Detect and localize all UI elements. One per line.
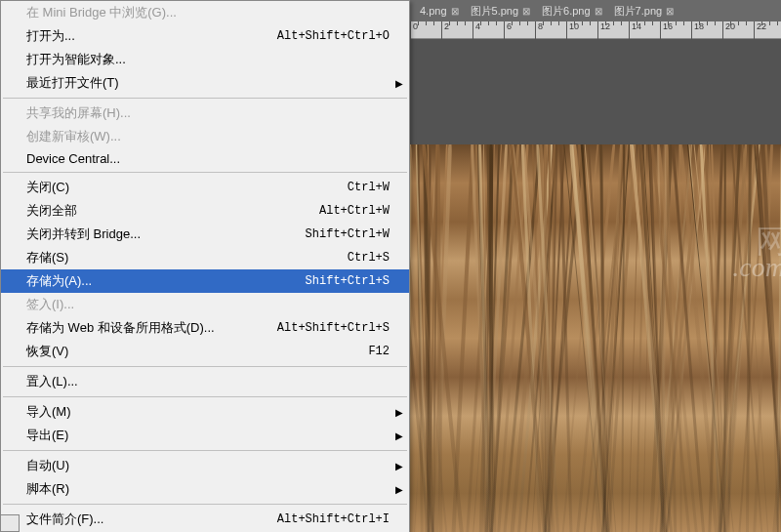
menu-item-shortcut: Shift+Ctrl+W <box>306 227 390 241</box>
menu-item-label: 打开为智能对象... <box>26 51 126 68</box>
menu-item[interactable]: 存储为(A)...Shift+Ctrl+S <box>1 269 409 293</box>
menu-item-label: 打开为... <box>26 27 75 45</box>
menu-item[interactable]: 打开为...Alt+Shift+Ctrl+O <box>1 24 409 48</box>
menu-item[interactable]: 置入(L)... <box>1 370 409 393</box>
menu-item-label: Device Central... <box>26 151 120 166</box>
submenu-arrow-icon: ▶ <box>395 484 403 495</box>
menu-separator <box>3 98 407 99</box>
ruler-tick: 2 <box>441 21 449 39</box>
document-tab[interactable]: 图片7.png⊠ <box>608 2 680 20</box>
menu-item-label: 存储(S) <box>26 249 68 266</box>
menu-item[interactable]: Device Central... <box>1 148 409 169</box>
menu-item[interactable]: 最近打开文件(T)▶ <box>1 71 409 95</box>
menu-item-shortcut: Alt+Shift+Ctrl+I <box>277 512 390 526</box>
menu-item-label: 导入(M) <box>26 403 71 421</box>
submenu-arrow-icon: ▶ <box>395 78 403 89</box>
menu-item: 创建新审核(W)... <box>1 125 409 148</box>
ruler-tick: 10 <box>566 21 579 39</box>
menu-item-label: 恢复(V) <box>26 343 68 360</box>
menu-item: 在 Mini Bridge 中浏览(G)... <box>1 1 409 24</box>
menu-item[interactable]: 恢复(V)F12 <box>1 340 409 363</box>
ruler-tick: 20 <box>722 21 735 39</box>
menu-item: 共享我的屏幕(H)... <box>1 102 409 125</box>
menu-item[interactable]: 存储(S)Ctrl+S <box>1 246 409 269</box>
menu-item[interactable]: 打开为智能对象... <box>1 48 409 71</box>
menu-item-label: 存储为 Web 和设备所用格式(D)... <box>26 319 215 337</box>
menu-item-shortcut: Alt+Shift+Ctrl+S <box>277 321 390 335</box>
menu-item[interactable]: 关闭并转到 Bridge...Shift+Ctrl+W <box>1 223 409 246</box>
menu-item-label: 最近打开文件(T) <box>26 74 119 92</box>
watermark-en: .com <box>732 252 781 283</box>
menu-item-label: 文件简介(F)... <box>26 511 103 528</box>
menu-item[interactable]: 存储为 Web 和设备所用格式(D)...Alt+Shift+Ctrl+S <box>1 316 409 340</box>
menu-separator <box>3 172 407 173</box>
menu-item-shortcut: F12 <box>368 345 390 358</box>
document-tab[interactable]: 4.png⊠ <box>414 3 465 19</box>
menu-item: 签入(I)... <box>1 293 409 316</box>
menu-item[interactable]: 导入(M)▶ <box>1 400 409 424</box>
menu-separator <box>3 396 407 397</box>
ruler-tick: 6 <box>504 21 512 39</box>
ruler-tick: 0 <box>410 21 418 39</box>
canvas-area: 4.png⊠图片5.png⊠图片6.png⊠图片7.png⊠ 024681012… <box>410 0 781 532</box>
document-tab[interactable]: 图片5.png⊠ <box>465 2 537 20</box>
menu-item-shortcut: Ctrl+W <box>348 181 390 194</box>
ruler-tick: 16 <box>660 21 673 39</box>
menu-item-label: 自动(U) <box>26 457 69 474</box>
menu-item-label: 关闭(C) <box>26 179 69 196</box>
ruler-tick: 18 <box>691 21 704 39</box>
menu-item-label: 置入(L)... <box>26 373 78 390</box>
menu-item[interactable]: 关闭全部Alt+Ctrl+W <box>1 199 409 223</box>
menu-item-shortcut: Ctrl+S <box>348 251 390 265</box>
ruler-tick: 12 <box>597 21 610 39</box>
menu-item[interactable]: 导出(E)▶ <box>1 424 409 447</box>
menu-separator <box>3 366 407 367</box>
menu-item-label: 在 Mini Bridge 中浏览(G)... <box>26 4 177 21</box>
document-tab[interactable]: 图片6.png⊠ <box>536 2 608 20</box>
menu-item-shortcut: Alt+Ctrl+W <box>319 204 390 218</box>
ruler-tick: 8 <box>535 21 543 39</box>
document-tabs: 4.png⊠图片5.png⊠图片6.png⊠图片7.png⊠ <box>410 0 781 21</box>
menu-item[interactable]: 自动(U)▶ <box>1 454 409 477</box>
tab-label: 图片7.png <box>614 4 663 19</box>
close-icon[interactable]: ⊠ <box>451 6 459 17</box>
menu-item-label: 导出(E) <box>26 427 68 444</box>
menu-item-label: 存储为(A)... <box>26 272 92 290</box>
menu-item-shortcut: Alt+Shift+Ctrl+O <box>277 29 390 43</box>
close-icon[interactable]: ⊠ <box>522 6 530 17</box>
submenu-arrow-icon: ▶ <box>395 407 403 418</box>
submenu-arrow-icon: ▶ <box>395 430 403 441</box>
tab-label: 图片5.png <box>471 4 519 19</box>
ruler-tick: 4 <box>473 21 480 39</box>
menu-separator <box>3 504 407 505</box>
menu-item-label: 关闭全部 <box>26 202 77 220</box>
ruler-tick: 14 <box>629 21 641 39</box>
close-icon[interactable]: ⊠ <box>595 6 602 17</box>
tab-label: 4.png <box>420 5 447 17</box>
menu-item-label: 共享我的屏幕(H)... <box>26 104 131 122</box>
close-icon[interactable]: ⊠ <box>666 6 674 17</box>
ruler-horizontal: 0246810121416182022 <box>410 21 781 39</box>
window-corner <box>0 514 20 532</box>
pasteboard <box>410 39 781 144</box>
submenu-arrow-icon: ▶ <box>395 461 403 471</box>
file-menu: 在 Mini Bridge 中浏览(G)...打开为...Alt+Shift+C… <box>0 0 410 532</box>
menu-item-label: 关闭并转到 Bridge... <box>26 225 141 243</box>
menu-item-label: 签入(I)... <box>26 296 74 313</box>
menu-item-shortcut: Shift+Ctrl+S <box>306 274 390 288</box>
menu-item[interactable]: 文件简介(F)...Alt+Shift+Ctrl+I <box>1 508 409 531</box>
menu-item-label: 脚本(R) <box>26 480 69 498</box>
menu-item[interactable]: 脚本(R)▶ <box>1 477 409 501</box>
canvas-image: 网 .com <box>410 144 781 532</box>
ruler-tick: 22 <box>754 21 766 39</box>
menu-separator <box>3 450 407 451</box>
menu-item-label: 创建新审核(W)... <box>26 128 121 145</box>
tab-label: 图片6.png <box>542 4 591 19</box>
menu-item[interactable]: 关闭(C)Ctrl+W <box>1 176 409 199</box>
